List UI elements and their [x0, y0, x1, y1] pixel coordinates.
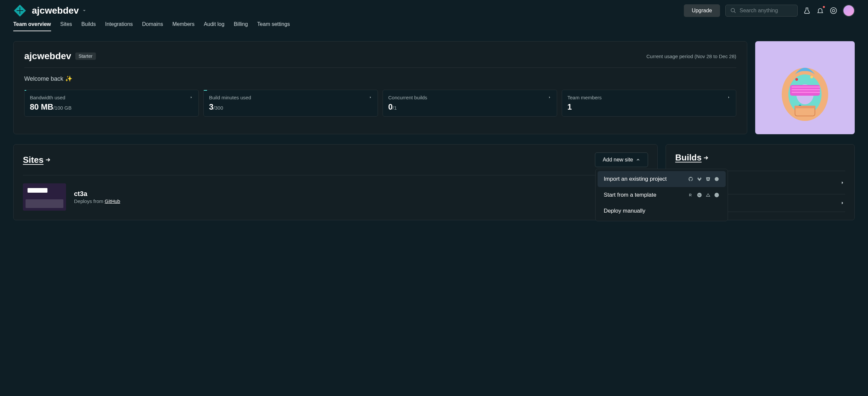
dropdown-item-label: Start from a template — [603, 192, 656, 198]
stat-label: Team members — [567, 95, 601, 100]
svg-line-4 — [734, 11, 736, 13]
team-avatar-image — [755, 41, 855, 134]
arrow-right-icon — [725, 95, 731, 100]
svg-text:N: N — [699, 194, 701, 197]
site-thumbnail — [23, 183, 66, 210]
stat-value: 0 — [388, 102, 393, 111]
nuxt-icon — [705, 192, 711, 198]
svg-rect-20 — [794, 106, 815, 108]
sites-title-link[interactable]: Sites — [23, 155, 51, 165]
tab-team-settings[interactable]: Team settings — [257, 21, 290, 31]
remix-icon: R — [688, 192, 694, 198]
add-site-dropdown: Import an existing project Start from a … — [595, 169, 728, 221]
search-input[interactable] — [740, 8, 793, 13]
arrow-right-icon — [188, 95, 193, 100]
svg-point-21 — [715, 177, 719, 181]
plan-badge: Starter — [75, 53, 96, 60]
chevron-right-icon — [840, 200, 845, 206]
notifications-icon[interactable] — [816, 7, 824, 15]
arrow-right-icon — [367, 95, 372, 100]
gatsby-icon — [714, 192, 720, 198]
tab-audit-log[interactable]: Audit log — [204, 21, 224, 31]
stat-bandwidth[interactable]: Bandwidth used 80 MB/100 GB — [24, 90, 199, 117]
team-title: ajcwebdev — [24, 51, 71, 61]
svg-rect-2 — [20, 7, 20, 14]
team-selector[interactable]: ajcwebdev — [32, 5, 87, 16]
add-site-label: Add new site — [602, 157, 633, 163]
gitlab-icon — [696, 176, 703, 182]
add-new-site-button[interactable]: Add new site Import an existing project — [595, 152, 648, 167]
site-deploys-from: Deploys from GitHub — [74, 198, 120, 204]
arrow-right-icon — [45, 157, 51, 163]
help-icon[interactable] — [830, 7, 837, 15]
stat-of: /1 — [393, 105, 397, 111]
site-list-item[interactable]: ct3a Deploys from GitHub — [23, 175, 648, 210]
stat-build-minutes[interactable]: Build minutes used 3/300 — [204, 90, 378, 117]
builds-title-link[interactable]: Builds — [675, 152, 709, 163]
team-overview-card: ajcwebdev Starter Current usage period (… — [13, 41, 747, 134]
stat-label: Concurrent builds — [388, 95, 427, 100]
stat-label: Bandwidth used — [30, 95, 65, 100]
svg-point-6 — [831, 8, 836, 13]
svg-point-15 — [795, 78, 798, 81]
stat-of: /100 GB — [54, 105, 72, 111]
chevron-down-icon — [82, 8, 87, 13]
dropdown-item-label: Import an existing project — [603, 176, 666, 182]
azure-icon — [714, 176, 720, 182]
builds-title-text: Builds — [675, 152, 702, 163]
stat-label: Build minutes used — [209, 95, 251, 100]
stat-value: 1 — [567, 102, 572, 111]
tab-domains[interactable]: Domains — [142, 21, 163, 31]
arrow-right-icon — [703, 155, 709, 161]
svg-text:R: R — [689, 193, 692, 197]
tab-builds[interactable]: Builds — [81, 21, 96, 31]
usage-period: Current usage period (Nov 28 to Dec 28) — [646, 54, 736, 59]
tab-members[interactable]: Members — [172, 21, 194, 31]
svg-point-16 — [810, 76, 813, 78]
tab-sites[interactable]: Sites — [60, 21, 72, 31]
team-name: ajcwebdev — [32, 5, 79, 16]
stat-team-members[interactable]: Team members 1 — [562, 90, 736, 117]
bitbucket-icon — [705, 176, 711, 182]
stat-concurrent-builds[interactable]: Concurrent builds 0/1 — [382, 90, 557, 117]
chevron-right-icon — [840, 180, 845, 186]
sites-panel: Sites Add new site Import an existing pr… — [13, 144, 658, 220]
stat-value: 80 MB — [30, 102, 54, 111]
avatar[interactable] — [843, 5, 855, 17]
site-deploys-link[interactable]: GitHub — [105, 198, 120, 204]
labs-icon[interactable] — [803, 7, 811, 15]
dropdown-import-existing[interactable]: Import an existing project — [597, 171, 726, 187]
tab-billing[interactable]: Billing — [234, 21, 248, 31]
tab-team-overview[interactable]: Team overview — [13, 21, 51, 31]
search-icon — [730, 8, 736, 13]
github-icon — [688, 176, 694, 182]
stat-value: 3 — [209, 102, 213, 111]
tab-integrations[interactable]: Integrations — [105, 21, 133, 31]
welcome-message: Welcome back ✨ — [24, 75, 736, 82]
site-name: ct3a — [74, 190, 120, 198]
team-tabs: Team overview Sites Builds Integrations … — [0, 21, 868, 31]
nextjs-icon: N — [696, 192, 703, 198]
search-input-wrapper[interactable] — [725, 5, 798, 17]
svg-point-25 — [715, 193, 719, 197]
dropdown-deploy-manually[interactable]: Deploy manually — [597, 203, 726, 219]
dropdown-start-template[interactable]: Start from a template R N — [597, 187, 726, 203]
svg-point-7 — [832, 9, 835, 11]
svg-point-3 — [731, 8, 735, 12]
arrow-right-icon — [546, 95, 552, 100]
chevron-up-icon — [636, 158, 640, 162]
notification-dot — [822, 5, 826, 9]
stat-of: /300 — [213, 105, 223, 111]
dropdown-item-label: Deploy manually — [603, 208, 645, 214]
upgrade-button[interactable]: Upgrade — [684, 4, 720, 17]
sites-title-text: Sites — [23, 155, 43, 165]
netlify-logo-icon[interactable] — [13, 4, 27, 17]
